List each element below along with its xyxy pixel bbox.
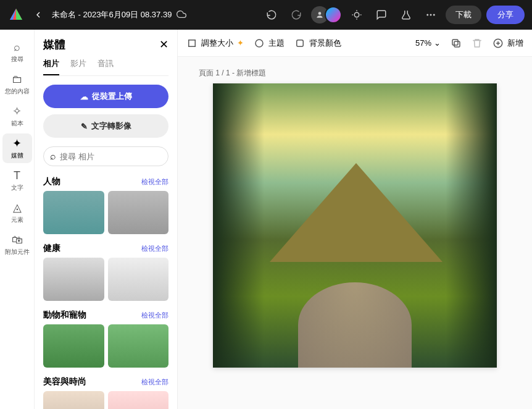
app-logo[interactable] xyxy=(7,6,25,23)
cloud-status-icon xyxy=(177,9,186,21)
bgcolor-tool[interactable]: 背景顏色 xyxy=(294,38,341,49)
upload-icon: ☁ xyxy=(80,92,88,101)
tab-photo[interactable]: 相片 xyxy=(43,58,59,75)
nav-templates[interactable]: ✧範本 xyxy=(2,101,32,131)
nav-media[interactable]: ✦媒體 xyxy=(2,133,32,163)
media-icon: ✦ xyxy=(12,137,22,150)
stock-thumb[interactable] xyxy=(43,258,104,301)
stock-thumb[interactable] xyxy=(108,391,169,409)
stock-thumb[interactable] xyxy=(108,324,169,368)
resize-tool[interactable]: 調整大小✦ xyxy=(186,38,244,49)
templates-icon: ✧ xyxy=(12,104,22,118)
collaborator-avatars[interactable] xyxy=(311,6,342,23)
document-title[interactable]: 未命名 - 2023年6月09日 08.37.39 xyxy=(52,9,172,20)
theme-tool[interactable]: 主題 xyxy=(254,38,285,49)
redo-button[interactable] xyxy=(286,5,306,25)
view-all-beauty[interactable]: 檢視全部 xyxy=(141,377,168,387)
zoom-control[interactable]: 57%⌄ xyxy=(415,38,441,48)
category-people: 人物 xyxy=(43,176,60,187)
search-icon: ⌕ xyxy=(50,151,56,162)
share-button[interactable]: 分享 xyxy=(486,6,525,24)
stock-thumb[interactable] xyxy=(43,191,104,234)
svg-rect-9 xyxy=(452,40,458,45)
panel-title: 媒體 xyxy=(43,37,65,52)
chevron-down-icon: ⌄ xyxy=(434,38,441,48)
svg-point-4 xyxy=(433,14,435,16)
text-to-image-button[interactable]: ✎ 文字轉影像 xyxy=(43,114,168,138)
category-health: 健康 xyxy=(43,243,60,254)
comment-icon[interactable] xyxy=(372,5,391,25)
stock-thumb[interactable] xyxy=(108,258,169,301)
duplicate-page-button[interactable] xyxy=(451,38,462,49)
tab-video[interactable]: 影片 xyxy=(70,58,86,75)
view-all-health[interactable]: 檢視全部 xyxy=(141,244,168,253)
folder-icon: 🗀 xyxy=(12,73,23,86)
addons-icon: 🛍 xyxy=(12,234,23,247)
tips-icon[interactable] xyxy=(347,5,367,25)
nav-text[interactable]: T文字 xyxy=(2,166,32,195)
nav-search[interactable]: ⌕搜尋 xyxy=(2,37,32,67)
undo-button[interactable] xyxy=(262,5,281,25)
premium-icon: ✦ xyxy=(237,38,244,48)
close-panel-button[interactable]: ✕ xyxy=(159,38,168,51)
nav-addons[interactable]: 🛍附加元件 xyxy=(2,230,32,259)
more-icon[interactable] xyxy=(421,5,441,25)
search-input[interactable] xyxy=(60,152,164,161)
nav-your-content[interactable]: 🗀您的內容 xyxy=(2,69,32,99)
svg-point-0 xyxy=(318,12,322,15)
upload-button[interactable]: ☁ 從裝置上傳 xyxy=(43,85,168,108)
nav-elements[interactable]: ◬元素 xyxy=(2,198,32,227)
category-animals: 動物和寵物 xyxy=(43,310,86,321)
back-button[interactable] xyxy=(30,6,47,23)
stock-thumb[interactable] xyxy=(43,324,104,368)
canvas-image[interactable] xyxy=(213,83,497,368)
view-all-animals[interactable]: 檢視全部 xyxy=(141,311,168,320)
stock-thumb[interactable] xyxy=(108,191,169,234)
svg-rect-7 xyxy=(297,40,304,46)
elements-icon: ◬ xyxy=(13,201,22,214)
add-page-button[interactable]: 新增 xyxy=(493,38,523,49)
canvas-page[interactable] xyxy=(213,83,497,368)
category-beauty: 美容與時尚 xyxy=(43,376,86,387)
search-icon: ⌕ xyxy=(14,41,20,54)
search-input-wrapper[interactable]: ⌕ xyxy=(43,146,168,166)
view-all-people[interactable]: 檢視全部 xyxy=(141,177,168,187)
page-label[interactable]: 頁面 1 / 1 - 新增標題 xyxy=(199,68,266,78)
svg-point-6 xyxy=(256,40,263,47)
labs-icon[interactable] xyxy=(396,5,416,25)
stock-thumb[interactable] xyxy=(43,391,104,409)
svg-point-2 xyxy=(426,14,428,16)
svg-rect-8 xyxy=(454,41,460,47)
text2img-icon: ✎ xyxy=(81,122,88,131)
svg-point-3 xyxy=(430,14,432,16)
download-button[interactable]: 下載 xyxy=(446,6,481,24)
text-icon: T xyxy=(14,169,20,182)
svg-point-1 xyxy=(354,12,359,17)
delete-page-button[interactable] xyxy=(472,38,483,49)
tab-audio[interactable]: 音訊 xyxy=(98,58,114,75)
svg-rect-5 xyxy=(189,40,196,46)
